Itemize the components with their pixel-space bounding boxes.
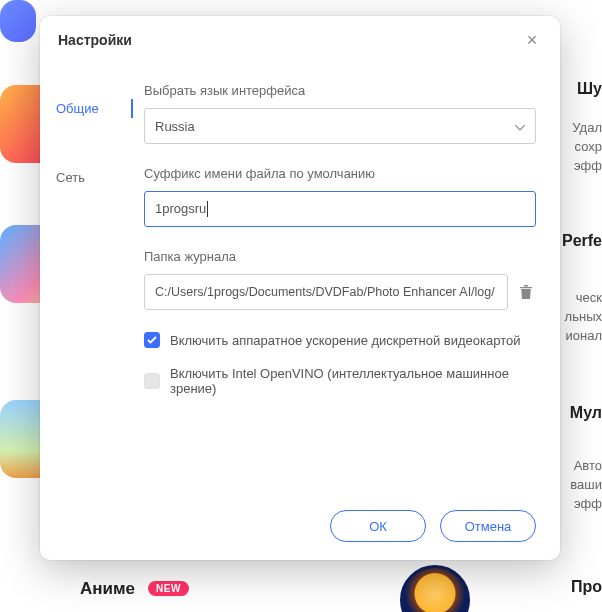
hwaccel-label: Включить аппаратное ускорение дискретной… xyxy=(170,333,520,348)
suffix-field: Суффикс имени файла по умолчанию 1progsr… xyxy=(144,166,536,227)
trash-icon[interactable] xyxy=(516,282,536,302)
sidebar: Общие Сеть xyxy=(40,61,134,496)
new-badge: NEW xyxy=(148,581,189,596)
sidebar-item-network[interactable]: Сеть xyxy=(40,158,133,197)
language-select[interactable]: Russia xyxy=(144,108,536,144)
logfolder-label: Папка журнала xyxy=(144,249,536,264)
suffix-value: 1progsru xyxy=(155,201,206,216)
text-cursor xyxy=(207,201,208,217)
cancel-button[interactable]: Отмена xyxy=(440,510,536,542)
dialog-header: Настройки × xyxy=(40,16,560,60)
avatar-image xyxy=(400,565,470,612)
settings-dialog: Настройки × Общие Сеть Выбрать язык инте… xyxy=(40,16,560,560)
sidebar-item-label: Общие xyxy=(56,101,99,116)
bg-title: Perfe xyxy=(562,232,602,250)
bg-desc: эфф xyxy=(574,496,602,511)
chevron-down-icon xyxy=(515,119,525,134)
anime-label: Аниме xyxy=(80,579,135,599)
ok-button[interactable]: ОК xyxy=(330,510,426,542)
checkbox-icon xyxy=(144,373,160,389)
hwaccel-row[interactable]: Включить аппаратное ускорение дискретной… xyxy=(144,332,536,348)
bg-desc: ваши xyxy=(570,477,602,492)
language-field: Выбрать язык интерфейса Russia xyxy=(144,83,536,144)
bg-desc: эфф xyxy=(574,158,602,173)
dialog-body: Общие Сеть Выбрать язык интерфейса Russi… xyxy=(40,60,560,496)
bg-desc: ческ xyxy=(576,290,602,305)
dialog-footer: ОК Отмена xyxy=(40,496,560,560)
bg-desc: сохр xyxy=(575,139,602,154)
logfolder-value: C:/Users/1progs/Documents/DVDFab/Photo E… xyxy=(155,285,495,299)
dialog-title: Настройки xyxy=(58,32,132,48)
bg-title: Мул xyxy=(570,404,602,422)
bg-title: Про xyxy=(571,578,602,596)
suffix-input[interactable]: 1progsru xyxy=(144,191,536,227)
language-label: Выбрать язык интерфейса xyxy=(144,83,536,98)
language-value: Russia xyxy=(155,119,195,134)
bg-thumbnail xyxy=(0,0,36,42)
bg-desc: льных xyxy=(565,309,602,324)
openvino-row[interactable]: Включить Intel OpenVINO (интеллектуально… xyxy=(144,366,536,396)
sidebar-item-label: Сеть xyxy=(56,170,85,185)
ok-label: ОК xyxy=(369,519,387,534)
openvino-label: Включить Intel OpenVINO (интеллектуально… xyxy=(170,366,536,396)
bg-desc: Удал xyxy=(572,120,602,135)
bg-title: Шу xyxy=(577,80,602,98)
bg-desc: ионал xyxy=(566,328,603,343)
logfolder-field: Папка журнала C:/Users/1progs/Documents/… xyxy=(144,249,536,310)
sidebar-item-general[interactable]: Общие xyxy=(40,89,133,128)
bg-desc: Авто xyxy=(574,458,602,473)
suffix-label: Суффикс имени файла по умолчанию xyxy=(144,166,536,181)
logfolder-input[interactable]: C:/Users/1progs/Documents/DVDFab/Photo E… xyxy=(144,274,508,310)
cancel-label: Отмена xyxy=(465,519,512,534)
settings-content: Выбрать язык интерфейса Russia Суффикс и… xyxy=(134,61,560,496)
checkbox-icon xyxy=(144,332,160,348)
close-icon[interactable]: × xyxy=(522,30,542,50)
